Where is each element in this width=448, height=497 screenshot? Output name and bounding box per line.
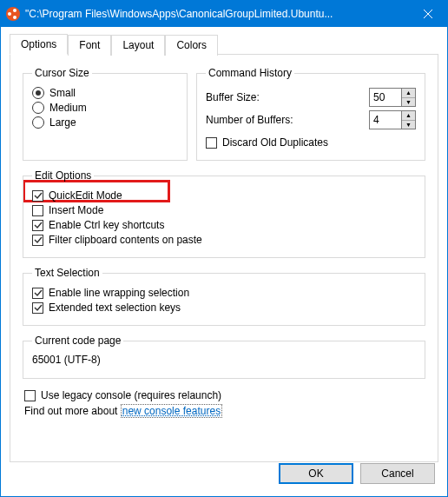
help-line: Find out more about new console features [24,405,424,417]
checkbox-icon [206,137,217,149]
filter-clipboard-row[interactable]: Filter clipboard contents on paste [32,234,416,246]
tab-font[interactable]: Font [68,35,111,56]
quickedit-row[interactable]: QuickEdit Mode [32,189,416,202]
tab-layout[interactable]: Layout [111,35,165,56]
ok-button[interactable]: OK [279,463,353,484]
num-buffers-spinner[interactable]: ▲ ▼ [369,110,416,129]
spinner-buttons[interactable]: ▲ ▼ [402,110,416,129]
filter-label: Filter clipboard contents on paste [49,234,202,246]
tab-options[interactable]: Options [10,34,68,55]
insert-row[interactable]: Insert Mode [32,204,416,216]
checkbox-icon [32,302,43,314]
wrap-label: Enable line wrapping selection [49,287,189,299]
help-prefix: Find out more about [24,405,121,417]
line-wrap-row[interactable]: Enable line wrapping selection [32,287,416,299]
cursor-medium-label: Medium [49,102,87,114]
close-button[interactable] [408,1,447,27]
checkbox-icon [32,235,43,246]
cancel-button[interactable]: Cancel [360,463,435,484]
edit-options-group: Edit Options QuickEdit Mode Insert Mode … [23,169,425,258]
cursor-small-label: Small [49,87,76,99]
command-history-group: Command History Buffer Size: ▲ ▼ Number [196,67,425,161]
spin-down-icon[interactable]: ▼ [402,98,415,107]
dialog-buttons: OK Cancel [279,463,435,484]
discard-duplicates-row[interactable]: Discard Old Duplicates [206,136,416,149]
ctrl-label: Enable Ctrl key shortcuts [49,219,164,231]
checkbox-icon [32,190,43,202]
num-buffers-input[interactable] [369,110,402,129]
edit-legend: Edit Options [32,169,94,182]
buffer-size-spinner[interactable]: ▲ ▼ [369,88,416,107]
insert-label: Insert Mode [49,204,103,216]
history-legend: Command History [206,67,294,79]
extended-keys-row[interactable]: Extended text selection keys [32,302,416,314]
codepage-group: Current code page 65001 (UTF-8) [23,335,425,379]
titlebar[interactable]: "C:\Program Files\WindowsApps\CanonicalG… [1,1,447,27]
checkbox-icon [32,288,43,299]
discard-label: Discard Old Duplicates [222,136,328,149]
radio-icon [32,102,44,114]
buffer-size-label: Buffer Size: [206,91,260,103]
window-title: "C:\Program Files\WindowsApps\CanonicalG… [25,8,408,20]
checkbox-icon [24,390,36,401]
tab-colors[interactable]: Colors [165,35,218,56]
extended-label: Extended text selection keys [49,302,181,314]
close-icon [424,10,432,18]
cursor-size-group: Cursor Size Small Medium Large [23,67,188,161]
dialog-content: Options Font Layout Colors Cursor Size S… [1,27,447,471]
new-console-features-link[interactable]: new console features [121,404,222,418]
cursor-medium-row[interactable]: Medium [32,102,178,114]
ctrl-shortcuts-row[interactable]: Enable Ctrl key shortcuts [32,219,416,231]
quickedit-label: QuickEdit Mode [49,189,122,202]
spin-down-icon[interactable]: ▼ [402,121,415,129]
cursor-legend: Cursor Size [32,67,92,79]
spinner-buttons[interactable]: ▲ ▼ [402,88,416,107]
checkbox-icon [32,220,43,231]
spin-up-icon[interactable]: ▲ [402,89,415,98]
legacy-label: Use legacy console (requires relaunch) [41,389,221,401]
tab-strip: Options Font Layout Colors [10,34,438,55]
codepage-legend: Current code page [32,335,123,347]
options-panel: Cursor Size Small Medium Large [10,54,438,462]
cursor-large-row[interactable]: Large [32,116,178,129]
ubuntu-icon [6,7,20,21]
window: "C:\Program Files\WindowsApps\CanonicalG… [0,0,448,497]
num-buffers-label: Number of Buffers: [206,114,293,126]
textsel-legend: Text Selection [32,267,102,279]
checkbox-icon [32,205,43,216]
codepage-value: 65001 (UTF-8) [32,352,416,369]
cursor-large-label: Large [49,116,76,129]
spin-up-icon[interactable]: ▲ [402,111,415,121]
buffer-size-input[interactable] [369,88,402,107]
radio-icon [32,87,44,99]
radio-icon [32,116,44,129]
legacy-console-row[interactable]: Use legacy console (requires relaunch) [24,389,424,401]
text-selection-group: Text Selection Enable line wrapping sele… [23,267,425,326]
cursor-small-row[interactable]: Small [32,87,178,99]
